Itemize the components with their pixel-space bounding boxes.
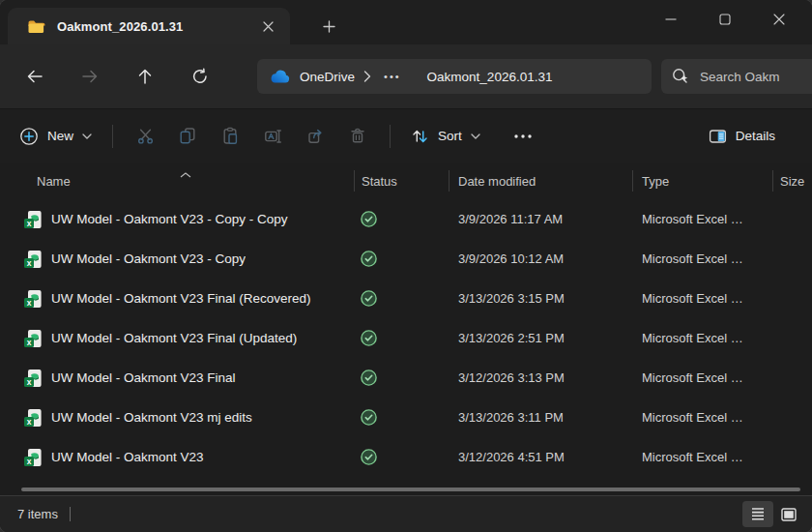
up-icon[interactable]: [126, 59, 164, 94]
svg-text:x: x: [27, 297, 32, 307]
minimize-icon[interactable]: [644, 0, 698, 39]
file-name: UW Model - Oakmont V23 mj edits: [51, 410, 252, 425]
file-name: UW Model - Oakmont V23 - Copy - Copy: [51, 212, 288, 226]
svg-text:x: x: [27, 416, 32, 426]
file-date-modified: 3/12/2026 3:13 PM: [449, 370, 632, 385]
search-box[interactable]: [661, 59, 812, 94]
copy-icon: [166, 119, 209, 154]
file-name: UW Model - Oakmont V23: [51, 450, 204, 464]
file-row[interactable]: x UW Model - Oakmont V23 3/12/2026 4:51 …: [0, 437, 812, 477]
address-bar[interactable]: OneDrive ••• Oakmont_2026.01.31: [257, 59, 652, 94]
svg-text:x: x: [27, 218, 32, 227]
file-type: Microsoft Excel …: [632, 450, 772, 464]
file-date-modified: 3/13/2026 3:11 PM: [449, 410, 632, 425]
sort-arrows-icon: [411, 128, 429, 145]
forward-icon: [71, 59, 109, 94]
column-headers: Name Status Date modified Type Size: [0, 163, 812, 199]
file-row[interactable]: x UW Model - Oakmont V23 mj edits 3/13/2…: [0, 398, 812, 437]
details-button-label: Details: [736, 129, 775, 143]
search-sparkle-icon: [671, 67, 690, 86]
tab-title: Oakmont_2026.01.31: [57, 19, 244, 34]
sync-status-icon: [361, 251, 377, 267]
file-list: x UW Model - Oakmont V23 - Copy - Copy 3…: [0, 199, 812, 477]
view-details-icon[interactable]: [742, 501, 773, 527]
file-type: Microsoft Excel …: [632, 251, 772, 266]
chevron-down-icon: [82, 133, 92, 139]
title-bar: Oakmont_2026.01.31: [0, 0, 812, 44]
column-header-status[interactable]: Status: [354, 170, 449, 192]
svg-text:x: x: [27, 337, 32, 346]
share-icon: [294, 119, 336, 154]
items-count: 7 items: [17, 507, 58, 521]
new-button-label: New: [47, 129, 73, 143]
file-name: UW Model - Oakmont V23 Final: [51, 370, 236, 385]
cut-icon: [124, 119, 166, 154]
file-explorer-window: Oakmont_2026.01.31: [0, 0, 812, 532]
onedrive-cloud-icon: [269, 70, 291, 84]
refresh-icon[interactable]: [181, 59, 219, 94]
sort-button-label: Sort: [438, 129, 462, 143]
new-tab-icon[interactable]: [315, 14, 342, 39]
close-tab-icon[interactable]: [255, 14, 280, 39]
file-row[interactable]: x UW Model - Oakmont V23 - Copy - Copy 3…: [0, 199, 812, 239]
excel-file-icon: x: [23, 289, 43, 309]
sync-status-icon: [361, 449, 377, 465]
folder-icon: [27, 19, 45, 34]
file-name: UW Model - Oakmont V23 - Copy: [51, 251, 246, 266]
navigation-bar: OneDrive ••• Oakmont_2026.01.31: [0, 44, 812, 108]
rename-icon: [251, 119, 294, 154]
sync-status-icon: [361, 290, 377, 307]
file-type: Microsoft Excel …: [632, 291, 772, 306]
file-row[interactable]: x UW Model - Oakmont V23 Final 3/12/2026…: [0, 358, 812, 398]
breadcrumb-ellipsis[interactable]: •••: [380, 71, 405, 82]
chevron-down-icon: [471, 133, 480, 139]
sort-ascending-caret: [180, 172, 191, 178]
breadcrumb-current[interactable]: Oakmont_2026.01.31: [427, 70, 553, 84]
excel-file-icon: x: [23, 250, 43, 269]
file-date-modified: 3/13/2026 2:51 PM: [449, 331, 632, 345]
file-name: UW Model - Oakmont V23 Final (Updated): [51, 331, 297, 345]
column-header-name[interactable]: Name: [0, 170, 354, 192]
new-button[interactable]: New: [10, 119, 102, 154]
sync-status-icon: [361, 369, 377, 386]
breadcrumb-root[interactable]: OneDrive: [300, 70, 355, 84]
sync-status-icon: [361, 330, 377, 346]
new-plus-icon: [19, 127, 39, 146]
column-header-date-modified[interactable]: Date modified: [449, 170, 632, 192]
excel-file-icon: x: [23, 408, 43, 428]
excel-file-icon: x: [23, 369, 43, 388]
file-row[interactable]: x UW Model - Oakmont V23 Final (Recovere…: [0, 279, 812, 318]
sort-button[interactable]: Sort: [401, 119, 490, 154]
maximize-icon[interactable]: [698, 0, 752, 39]
command-toolbar: New: [0, 108, 812, 163]
column-header-size[interactable]: Size: [772, 170, 812, 192]
svg-text:x: x: [27, 257, 32, 267]
file-type: Microsoft Excel …: [632, 212, 772, 226]
column-header-type[interactable]: Type: [632, 170, 772, 192]
file-row[interactable]: x UW Model - Oakmont V23 Final (Updated)…: [0, 318, 812, 358]
svg-text:x: x: [27, 456, 32, 465]
file-type: Microsoft Excel …: [632, 410, 772, 425]
toolbar-separator: [390, 125, 391, 148]
breadcrumb-chevron-icon[interactable]: [363, 71, 371, 82]
file-type: Microsoft Excel …: [632, 370, 772, 385]
explorer-tab[interactable]: Oakmont_2026.01.31: [8, 8, 290, 44]
excel-file-icon: x: [23, 210, 43, 229]
sync-status-icon: [361, 211, 377, 227]
file-date-modified: 3/13/2026 3:15 PM: [449, 291, 632, 306]
statusbar-separator: [70, 507, 71, 521]
file-date-modified: 3/9/2026 10:12 AM: [449, 251, 632, 266]
paste-icon: [209, 119, 251, 154]
details-button[interactable]: Details: [699, 119, 785, 154]
file-date-modified: 3/12/2026 4:51 PM: [449, 450, 632, 464]
window-controls: [644, 0, 806, 39]
back-icon[interactable]: [15, 59, 54, 94]
search-input[interactable]: [700, 70, 812, 84]
horizontal-scrollbar[interactable]: [21, 488, 800, 491]
more-options-icon[interactable]: [504, 119, 542, 154]
view-thumbnail-icon[interactable]: [773, 501, 804, 527]
file-name: UW Model - Oakmont V23 Final (Recovered): [51, 291, 311, 306]
close-window-icon[interactable]: [752, 0, 806, 39]
excel-file-icon: x: [23, 448, 43, 467]
file-row[interactable]: x UW Model - Oakmont V23 - Copy 3/9/2026…: [0, 239, 812, 279]
